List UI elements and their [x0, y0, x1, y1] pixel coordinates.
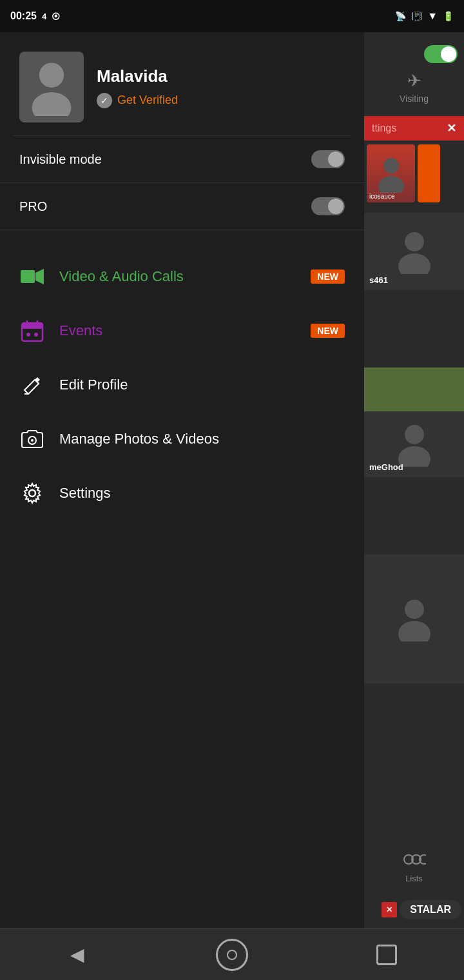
lists-icon	[403, 850, 426, 871]
settings-label: Settings	[59, 485, 111, 502]
silhouette-3	[364, 554, 464, 683]
svg-point-20	[405, 600, 424, 619]
invisible-mode-toggle[interactable]	[311, 150, 345, 168]
user-card-1-name: s461	[369, 275, 388, 285]
visiting-label: Visiting	[400, 93, 429, 104]
svg-point-1	[32, 92, 72, 116]
svg-point-15	[378, 176, 404, 193]
edit-profile-label: Edit Profile	[59, 377, 128, 393]
events-label: Events	[59, 322, 102, 339]
back-button[interactable]: ◀	[61, 939, 93, 971]
svg-point-8	[26, 333, 30, 337]
invisible-mode-label: Invisible mode	[19, 152, 102, 167]
svg-point-9	[34, 333, 38, 337]
profile-section[interactable]: Malavida ✓ Get Verified	[0, 32, 364, 135]
recents-button[interactable]	[371, 939, 403, 971]
pro-knob	[328, 199, 343, 214]
status-bar: 00:25 4 ⦿ 📡 📳 ▼ 🔋	[0, 0, 464, 32]
main-container: Malavida ✓ Get Verified Invisible mode P…	[0, 32, 464, 928]
svg-point-12	[31, 439, 34, 442]
video-calls-new-badge: NEW	[311, 270, 345, 284]
drawer: Malavida ✓ Get Verified Invisible mode P…	[0, 32, 364, 928]
user-thumb-2[interactable]	[418, 144, 440, 202]
video-camera-icon	[19, 264, 45, 289]
manage-photos-label: Manage Photos & Videos	[59, 431, 219, 447]
events-calendar-icon	[19, 318, 45, 344]
lists-section[interactable]: Lists	[364, 844, 464, 890]
video-calls-item[interactable]: Video & Audio Calls NEW	[0, 250, 364, 304]
bottom-notification: ✕ STALAR	[364, 897, 464, 922]
verify-row[interactable]: ✓ Get Verified	[97, 93, 178, 108]
svg-marker-3	[35, 269, 44, 284]
manage-photos-item[interactable]: Manage Photos & Videos	[0, 412, 364, 466]
svg-point-16	[405, 232, 424, 251]
home-icon-inner	[227, 950, 237, 960]
settings-item[interactable]: Settings	[0, 466, 364, 520]
user-card-2-name: meGhod	[369, 462, 403, 472]
airplane-icon: ✈	[407, 71, 421, 91]
user-card-3	[364, 554, 464, 683]
bottom-nav: ◀	[0, 928, 464, 980]
menu-spacer-1	[0, 230, 364, 250]
events-new-badge: NEW	[311, 324, 345, 338]
signal-icon: ⦿	[52, 12, 60, 21]
gear-icon	[19, 480, 45, 506]
wifi-icon: ▼	[427, 10, 438, 22]
time-display: 00:25	[10, 10, 37, 22]
lists-label: Lists	[405, 874, 423, 883]
events-item[interactable]: Events NEW	[0, 304, 364, 358]
recents-icon	[376, 945, 397, 965]
user-card-2: meGhod	[364, 368, 464, 477]
top-right-toggle-knob	[441, 46, 456, 62]
invisible-mode-row[interactable]: Invisible mode	[0, 136, 364, 183]
svg-rect-5	[22, 323, 43, 329]
svg-point-18	[405, 425, 424, 444]
svg-point-21	[398, 621, 430, 642]
user-thumb-1[interactable]: icosauce	[367, 144, 415, 202]
settings-bar: ttings ✕	[364, 116, 464, 141]
cast-icon: 📡	[395, 11, 406, 21]
svg-point-13	[29, 490, 35, 496]
visiting-section: ✈ Visiting	[364, 71, 464, 104]
svg-rect-2	[21, 270, 35, 283]
profile-info: Malavida ✓ Get Verified	[97, 66, 178, 108]
close-settings-icon[interactable]: ✕	[447, 121, 456, 135]
camera-icon	[19, 426, 45, 452]
notif-tag: STALAR	[400, 900, 461, 919]
notif-close-icon[interactable]: ✕	[382, 902, 397, 917]
profile-name: Malavida	[97, 66, 178, 86]
pro-label: PRO	[19, 199, 47, 214]
pro-row[interactable]: PRO	[0, 183, 364, 230]
avatar-silhouette	[26, 58, 77, 116]
user-thumb-1-name: icosauce	[369, 193, 394, 200]
settings-bar-text: ttings	[372, 122, 396, 134]
status-right: 📡 📳 ▼ 🔋	[395, 10, 454, 22]
video-calls-label: Video & Audio Calls	[59, 268, 184, 285]
network-icon: 4	[42, 12, 46, 21]
thumbnail-row: icosauce	[364, 142, 464, 205]
home-button[interactable]	[216, 939, 248, 971]
edit-profile-item[interactable]: Edit Profile	[0, 358, 364, 412]
svg-point-17	[398, 253, 430, 274]
svg-point-0	[39, 63, 64, 87]
verify-text: Get Verified	[117, 93, 178, 107]
pro-toggle[interactable]	[311, 197, 345, 215]
top-right-toggle[interactable]	[424, 45, 458, 63]
battery-icon: 🔋	[443, 11, 454, 21]
back-icon: ◀	[70, 944, 84, 965]
invisible-mode-knob	[328, 152, 343, 167]
user-card-1: s461	[364, 213, 464, 290]
verify-check-icon: ✓	[97, 93, 112, 108]
vibrate-icon: 📳	[411, 11, 422, 21]
right-panel: ✈ Visiting ttings ✕ icosauce	[364, 32, 464, 928]
avatar	[19, 52, 84, 122]
status-left: 00:25 4 ⦿	[10, 10, 60, 22]
home-icon	[216, 939, 248, 971]
svg-point-14	[383, 158, 399, 173]
edit-pencil-icon	[19, 372, 45, 398]
